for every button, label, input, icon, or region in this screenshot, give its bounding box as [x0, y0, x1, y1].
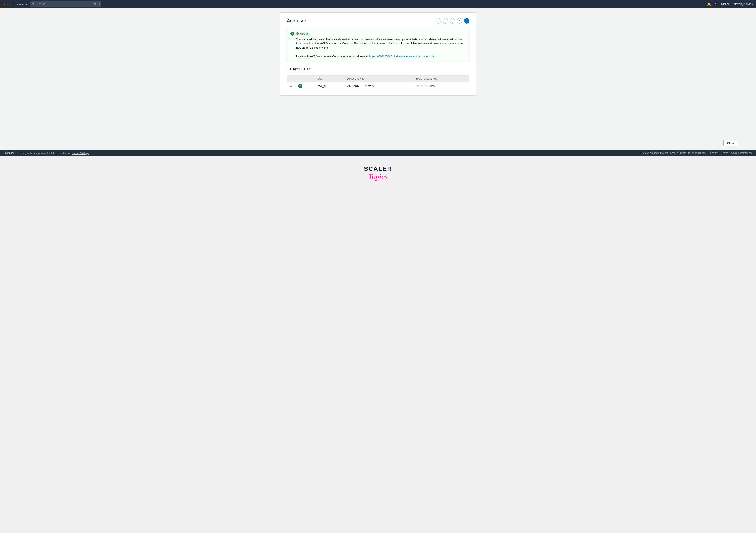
- table-header-check: [295, 75, 315, 82]
- step-3[interactable]: 3: [450, 18, 455, 24]
- success-body-text: You successfully created the users shown…: [296, 37, 466, 59]
- success-header: ✓ Success: [290, 32, 466, 36]
- download-icon: ⬇: [289, 67, 292, 70]
- navbar: aws Services 🔍 [Alt+S] 🔔 ? Global ▾ simr…: [0, 0, 756, 8]
- table-row: ▶ ✓ aws_cli AKIAZOS......KUW ⧉ •••••••••…: [286, 82, 470, 90]
- row-username-cell: aws_cli: [315, 82, 345, 90]
- footer-left: Feedback Looking for language selection?…: [4, 151, 92, 155]
- secret-key-masked: •••••••••: [416, 85, 428, 88]
- table-header-expand: [286, 75, 295, 82]
- user-table: User Access key ID Secret access key ▶ ✓…: [286, 75, 470, 90]
- footer-lang-text: Looking for language selection? Find it …: [17, 151, 92, 155]
- success-box: ✓ Success You successfully created the u…: [286, 28, 470, 62]
- footer-copyright: © 2022, Amazon Internet Services Private…: [641, 151, 707, 154]
- table-header-user: User: [315, 75, 345, 82]
- step-1[interactable]: 1: [436, 18, 441, 24]
- search-input[interactable]: [37, 2, 92, 6]
- step-2[interactable]: 2: [443, 18, 448, 24]
- external-link-icon: ↗: [90, 151, 92, 154]
- search-icon: 🔍: [32, 2, 35, 6]
- search-shortcut: [Alt+S]: [93, 3, 100, 5]
- aws-logo[interactable]: aws: [3, 3, 8, 6]
- chevron-down-icon: ▾: [729, 2, 731, 6]
- scaler-title: SCALER: [364, 165, 392, 173]
- help-icon[interactable]: ?: [714, 2, 718, 6]
- show-secret-link[interactable]: Show: [429, 85, 435, 88]
- table-header-access-key: Access key ID: [345, 75, 413, 82]
- success-title: Success: [296, 32, 309, 35]
- footer-right: © 2022, Amazon Internet Services Private…: [641, 151, 752, 154]
- footer-cookie-link[interactable]: Cookie preferences: [731, 151, 752, 154]
- table-header: User Access key ID Secret access key: [286, 75, 470, 82]
- footer-privacy-link[interactable]: Privacy: [711, 151, 718, 154]
- row-expand-button[interactable]: ▶: [289, 85, 293, 87]
- download-csv-label: Download .csv: [293, 67, 310, 70]
- user-menu[interactable]: simran_kumari ▾: [734, 2, 753, 6]
- close-button[interactable]: Close: [723, 140, 738, 147]
- nav-services-button[interactable]: Services: [11, 2, 28, 6]
- grid-icon: [12, 3, 14, 5]
- scaler-section: SCALER Topics: [0, 156, 756, 187]
- bell-icon[interactable]: 🔔: [707, 2, 711, 6]
- footer: Feedback Looking for language selection?…: [0, 149, 756, 156]
- steps-container: 1 2 3 4 5: [436, 18, 470, 24]
- table-header-secret-key: Secret access key: [413, 75, 470, 82]
- aws-logo-text: aws: [3, 3, 8, 6]
- access-key-value: AKIAZOS......KUW: [347, 85, 371, 88]
- row-secret-key-cell: ••••••••• Show: [413, 82, 470, 90]
- username-label: simran_kumari: [734, 2, 751, 6]
- page-container: Add user 1 2 3 4 5 ✓ Success You success…: [280, 13, 476, 95]
- unified-settings-link[interactable]: Unified Settings: [72, 152, 89, 155]
- copy-icon[interactable]: ⧉: [372, 85, 374, 88]
- main-content: Add user 1 2 3 4 5 ✓ Success You success…: [0, 8, 756, 137]
- feedback-link[interactable]: Feedback: [4, 151, 14, 154]
- region-selector[interactable]: Global ▾: [721, 2, 731, 6]
- scaler-subtitle: Topics: [364, 173, 392, 181]
- row-expand-cell: ▶: [286, 82, 295, 90]
- region-label: Global: [721, 2, 729, 6]
- search-bar[interactable]: 🔍 [Alt+S]: [30, 1, 101, 7]
- services-label: Services: [16, 2, 27, 6]
- row-success-icon: ✓: [298, 84, 302, 88]
- console-signin-link[interactable]: https://650494596343.signin.aws.amazon.c…: [369, 55, 434, 58]
- step-4[interactable]: 4: [457, 18, 462, 24]
- console-signin-text: Users with AWS Management Console access…: [296, 55, 368, 58]
- nav-right: 🔔 ? Global ▾ simran_kumari ▾: [707, 2, 753, 6]
- success-check-icon: ✓: [290, 32, 294, 36]
- table-body: ▶ ✓ aws_cli AKIAZOS......KUW ⧉ •••••••••…: [286, 82, 470, 90]
- scaler-logo: SCALER Topics: [364, 165, 392, 181]
- page-header: Add user 1 2 3 4 5: [286, 18, 470, 24]
- download-csv-button[interactable]: ⬇ Download .csv: [286, 66, 313, 72]
- page-title: Add user: [286, 18, 306, 24]
- row-status-cell: ✓: [295, 82, 315, 90]
- step-5[interactable]: 5: [464, 18, 470, 24]
- footer-terms-link[interactable]: Terms: [721, 151, 728, 154]
- user-chevron-icon: ▾: [752, 2, 753, 6]
- row-access-key-cell: AKIAZOS......KUW ⧉: [345, 82, 413, 90]
- close-button-area: Close: [0, 137, 756, 149]
